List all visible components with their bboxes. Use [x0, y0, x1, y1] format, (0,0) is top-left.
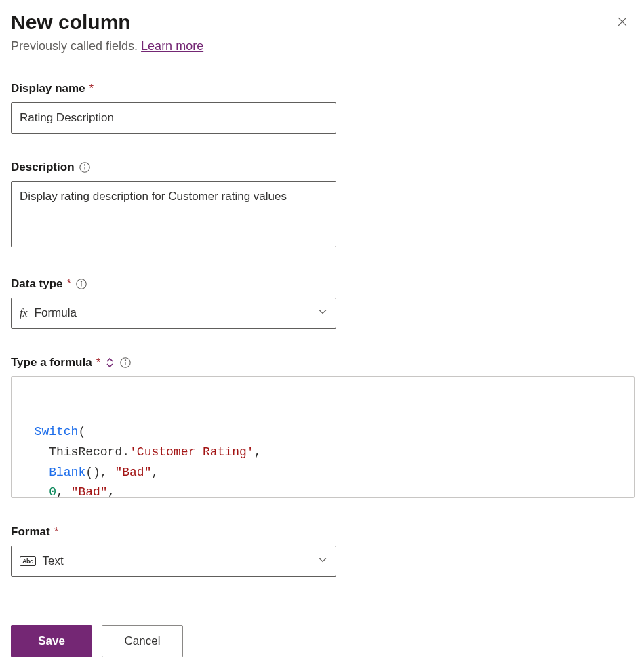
format-value: Text	[43, 554, 64, 568]
format-select[interactable]: Abc Text	[11, 546, 336, 577]
formula-label: Type a formula *	[11, 356, 633, 369]
data-type-select[interactable]: fx Formula	[11, 298, 336, 329]
info-icon[interactable]	[79, 161, 91, 174]
page-title: New column	[11, 11, 131, 34]
svg-point-7	[81, 281, 82, 282]
footer: Save Cancel	[0, 615, 644, 671]
formula-label-text: Type a formula	[11, 356, 92, 369]
close-icon	[616, 15, 629, 28]
required-indicator: *	[54, 525, 59, 539]
required-indicator: *	[96, 356, 101, 369]
expand-icon[interactable]	[104, 357, 115, 368]
description-input[interactable]	[11, 181, 336, 247]
info-icon[interactable]	[119, 357, 132, 369]
learn-more-link[interactable]: Learn more	[141, 39, 203, 53]
subtitle-text: Previously called fields.	[11, 39, 141, 53]
formula-icon: fx	[20, 307, 28, 319]
data-type-label-text: Data type	[11, 277, 63, 291]
description-group: Description	[11, 161, 633, 250]
required-indicator: *	[89, 82, 94, 96]
display-name-input[interactable]	[11, 102, 336, 134]
format-group: Format * Abc Text	[11, 525, 633, 577]
chevron-down-icon	[318, 306, 327, 320]
cancel-button[interactable]: Cancel	[102, 625, 183, 657]
data-type-group: Data type * fx Formula	[11, 277, 633, 329]
info-icon[interactable]	[75, 278, 87, 290]
cursor-indicator	[18, 382, 18, 492]
close-button[interactable]	[611, 11, 633, 35]
page-subtitle: Previously called fields. Learn more	[11, 39, 633, 54]
description-label: Description	[11, 161, 633, 174]
required-indicator: *	[67, 277, 72, 291]
format-label: Format *	[11, 525, 633, 539]
format-label-text: Format	[11, 525, 50, 539]
formula-group: Type a formula * Switch( ThisRecord.'Cus…	[11, 356, 633, 498]
display-name-label-text: Display name	[11, 82, 85, 96]
save-button[interactable]: Save	[11, 625, 92, 657]
text-icon: Abc	[20, 556, 36, 566]
display-name-group: Display name *	[11, 82, 633, 134]
formula-editor[interactable]: Switch( ThisRecord.'Customer Rating', Bl…	[11, 376, 635, 498]
svg-point-10	[125, 360, 126, 361]
chevron-down-icon	[318, 554, 327, 568]
data-type-value: Formula	[35, 306, 77, 320]
data-type-label: Data type *	[11, 277, 633, 291]
display-name-label: Display name *	[11, 82, 633, 96]
description-label-text: Description	[11, 161, 75, 174]
svg-point-4	[84, 165, 85, 165]
